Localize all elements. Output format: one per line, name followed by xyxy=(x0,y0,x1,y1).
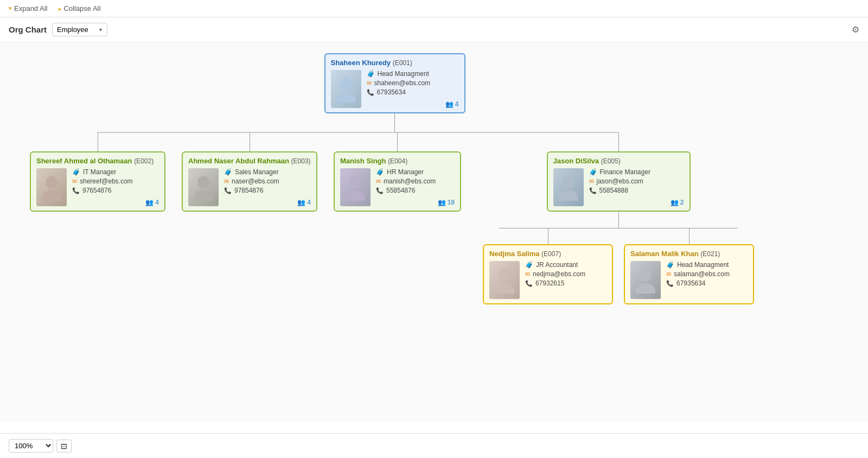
expand-all-button[interactable]: ▾ Expand All xyxy=(9,4,47,12)
e021-phone-icon: 📞 xyxy=(666,280,674,287)
branch-e003: Ahmed Naser Abdul Rahmaan (E003) 🧳Sales … xyxy=(174,132,326,212)
branch-line-e007 xyxy=(548,228,548,244)
filter-dropdown[interactable]: Employee Department xyxy=(52,23,107,36)
header-left: Org Chart Employee Department xyxy=(9,23,107,36)
svg-point-4 xyxy=(42,190,61,201)
expand-arrow-icon: ▾ xyxy=(9,5,12,12)
e005-h-line xyxy=(499,228,738,228)
svg-point-11 xyxy=(499,269,510,282)
e007-phone-icon: 📞 xyxy=(525,280,533,287)
e004-phone-icon: 📞 xyxy=(376,187,384,194)
e005-phone-icon: 📞 xyxy=(589,187,597,194)
branch-e005: Jason DiSilva (E005) 🧳Finance Manager ✉j… xyxy=(469,132,768,304)
svg-point-13 xyxy=(640,269,652,282)
page-title: Org Chart xyxy=(9,25,47,34)
branch-e004: Manish Singh (E004) 🧳HR Manager ✉manish@… xyxy=(326,132,469,212)
branch-e021: Salaman Malik Khan (E021) 🧳Head Managmen… xyxy=(618,228,760,304)
svg-point-10 xyxy=(559,190,578,201)
node-e021[interactable]: Salaman Malik Khan (E021) 🧳Head Managmen… xyxy=(624,244,754,304)
level2-container: Shereef Ahmed al Othamaan (E002) 🧳IT Man… xyxy=(22,132,768,304)
svg-point-14 xyxy=(636,283,655,294)
root-name: Shaheen Khuredy (E001) xyxy=(331,59,412,67)
org-wrapper: Shaheen Khuredy (E001) 🧳 Head Managment xyxy=(0,42,789,348)
node-e005[interactable]: Jason DiSilva (E005) 🧳Finance Manager ✉j… xyxy=(547,151,691,212)
e002-photo xyxy=(36,168,67,206)
node-e002[interactable]: Shereef Ahmed al Othamaan (E002) 🧳IT Man… xyxy=(30,151,165,212)
top-toolbar: ▾ Expand All ▴ Collapse All xyxy=(0,0,868,17)
root-phone-row: 📞 67935634 xyxy=(367,88,459,96)
e005-suitcase-icon: 🧳 xyxy=(589,168,597,176)
e002-suitcase-icon: 🧳 xyxy=(72,168,80,176)
root-photo xyxy=(331,70,361,108)
root-title-row: 🧳 Head Managment xyxy=(367,70,459,78)
e003-envelope-icon: ✉ xyxy=(224,178,229,185)
e007-envelope-icon: ✉ xyxy=(525,271,530,278)
branch-line-e005 xyxy=(618,132,619,151)
e007-suitcase-icon: 🧳 xyxy=(525,261,533,269)
envelope-icon: ✉ xyxy=(367,80,372,87)
root-connector-line xyxy=(394,113,395,132)
e004-people-icon: 👥 xyxy=(438,199,446,206)
branch-e002: Shereef Ahmed al Othamaan (E002) 🧳IT Man… xyxy=(22,132,174,212)
root-phone: 67935634 xyxy=(377,88,406,96)
card-body-root: 🧳 Head Managment ✉ shaheen@ebs.com 📞 679… xyxy=(331,70,459,108)
card-header-root: Shaheen Khuredy (E001) xyxy=(331,59,459,67)
svg-point-8 xyxy=(346,190,365,201)
svg-point-1 xyxy=(336,92,356,103)
root-reports: 👥 4 xyxy=(445,100,459,108)
branch-line-e021 xyxy=(689,228,690,244)
collapse-all-label: Collapse All xyxy=(63,4,100,12)
expand-all-label: Expand All xyxy=(14,4,47,12)
svg-point-6 xyxy=(194,190,213,201)
e005-envelope-icon: ✉ xyxy=(589,178,594,185)
svg-point-0 xyxy=(340,78,352,91)
branch-line-e003 xyxy=(250,132,250,151)
e002-reports: 👥4 xyxy=(145,199,159,206)
e003-suitcase-icon: 🧳 xyxy=(224,168,232,176)
e005-child-line xyxy=(618,212,619,228)
e003-reports: 👥4 xyxy=(297,199,311,206)
settings-button[interactable]: ⚙ xyxy=(852,24,859,35)
svg-point-9 xyxy=(563,176,575,189)
e003-phone-icon: 📞 xyxy=(224,187,232,194)
e003-photo xyxy=(188,168,219,206)
root-email: shaheen@ebs.com xyxy=(374,79,431,87)
e021-suitcase-icon: 🧳 xyxy=(666,261,674,269)
node-e004[interactable]: Manish Singh (E004) 🧳HR Manager ✉manish@… xyxy=(334,151,461,212)
svg-point-12 xyxy=(495,283,514,294)
e021-photo xyxy=(630,261,661,299)
svg-point-5 xyxy=(197,176,209,189)
node-e007[interactable]: Nedjma Salima (E007) 🧳JR Accountant ✉ned… xyxy=(483,244,613,304)
phone-icon: 📞 xyxy=(367,89,374,96)
root-email-row: ✉ shaheen@ebs.com xyxy=(367,79,459,87)
e005-reports: 👥2 xyxy=(671,199,684,206)
collapse-arrow-icon: ▴ xyxy=(58,5,61,12)
branch-e007: Nedjma Salima (E007) 🧳JR Accountant ✉ned… xyxy=(477,228,618,304)
e007-photo xyxy=(489,261,520,299)
e021-envelope-icon: ✉ xyxy=(666,271,671,278)
e002-people-icon: 👥 xyxy=(145,199,154,206)
branch-line-e002 xyxy=(98,132,98,151)
filter-dropdown-wrap: Employee Department xyxy=(52,23,107,36)
e004-reports: 👥19 xyxy=(438,199,455,206)
e005-children-row: Nedjma Salima (E007) 🧳JR Accountant ✉ned… xyxy=(477,228,760,304)
e004-photo xyxy=(340,168,371,206)
people-icon: 👥 xyxy=(445,100,454,108)
e005-photo xyxy=(553,168,584,206)
e002-phone-icon: 📞 xyxy=(72,187,80,194)
collapse-all-button[interactable]: ▴ Collapse All xyxy=(58,4,100,12)
e005-people-icon: 👥 xyxy=(671,199,679,206)
svg-point-7 xyxy=(349,176,361,189)
e004-suitcase-icon: 🧳 xyxy=(376,168,384,176)
e003-people-icon: 👥 xyxy=(297,199,305,206)
suitcase-icon: 🧳 xyxy=(367,70,375,78)
svg-point-3 xyxy=(46,176,58,189)
e004-envelope-icon: ✉ xyxy=(376,178,381,185)
root-title: Head Managment xyxy=(378,70,429,78)
node-e003[interactable]: Ahmed Naser Abdul Rahmaan (E003) 🧳Sales … xyxy=(182,151,317,212)
branch-line-e004 xyxy=(397,132,398,151)
chart-area: Shaheen Khuredy (E001) 🧳 Head Managment xyxy=(0,42,868,422)
node-root[interactable]: Shaheen Khuredy (E001) 🧳 Head Managment xyxy=(324,53,465,113)
e002-envelope-icon: ✉ xyxy=(72,178,77,185)
root-reports-count: 4 xyxy=(455,100,459,108)
